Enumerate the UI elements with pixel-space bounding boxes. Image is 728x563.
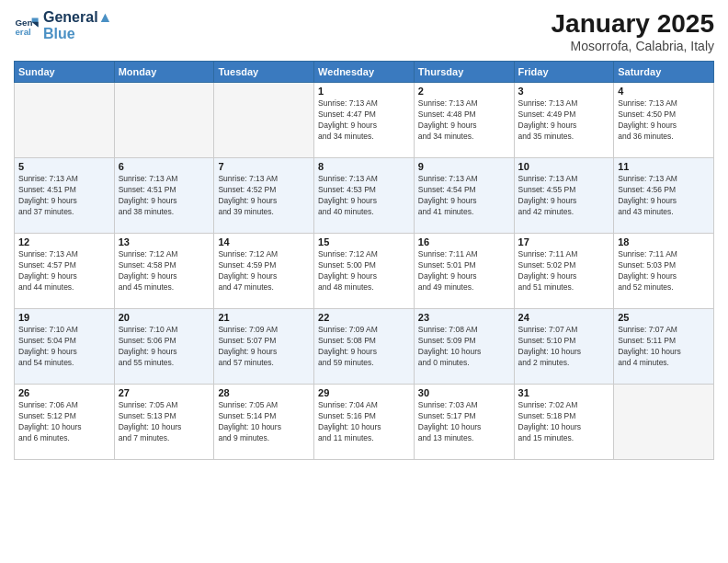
day-details: Sunrise: 7:13 AM Sunset: 4:55 PM Dayligh… — [518, 174, 610, 218]
logo-line1: General▲ — [43, 9, 112, 26]
table-row: 10Sunrise: 7:13 AM Sunset: 4:55 PM Dayli… — [514, 158, 614, 234]
day-details: Sunrise: 7:13 AM Sunset: 4:50 PM Dayligh… — [618, 98, 710, 143]
day-details: Sunrise: 7:13 AM Sunset: 4:51 PM Dayligh… — [18, 174, 110, 218]
table-row: 8Sunrise: 7:13 AM Sunset: 4:53 PM Daylig… — [314, 158, 415, 234]
day-details: Sunrise: 7:13 AM Sunset: 4:56 PM Dayligh… — [618, 174, 710, 218]
col-thursday: Thursday — [414, 62, 514, 83]
col-sunday: Sunday — [15, 62, 115, 83]
day-details: Sunrise: 7:09 AM Sunset: 5:07 PM Dayligh… — [218, 325, 310, 369]
day-details: Sunrise: 7:13 AM Sunset: 4:47 PM Dayligh… — [318, 98, 410, 143]
logo-line2: Blue — [43, 26, 112, 42]
day-details: Sunrise: 7:05 AM Sunset: 5:14 PM Dayligh… — [218, 400, 310, 444]
day-number: 18 — [618, 236, 710, 247]
day-details: Sunrise: 7:12 AM Sunset: 4:58 PM Dayligh… — [119, 249, 210, 293]
svg-text:eral: eral — [15, 26, 31, 36]
day-details: Sunrise: 7:11 AM Sunset: 5:02 PM Dayligh… — [518, 249, 610, 293]
day-number: 22 — [318, 312, 410, 323]
table-row: 13Sunrise: 7:12 AM Sunset: 4:58 PM Dayli… — [114, 234, 214, 309]
calendar-row: 5Sunrise: 7:13 AM Sunset: 4:51 PM Daylig… — [15, 158, 714, 234]
day-number: 3 — [518, 86, 610, 97]
day-number: 29 — [318, 387, 410, 398]
calendar-title: January 2025 — [552, 9, 714, 39]
day-details: Sunrise: 7:08 AM Sunset: 5:09 PM Dayligh… — [418, 325, 510, 369]
day-number: 1 — [318, 86, 410, 97]
day-details: Sunrise: 7:13 AM Sunset: 4:52 PM Dayligh… — [218, 174, 310, 218]
day-number: 15 — [318, 236, 410, 247]
day-number: 21 — [218, 312, 310, 323]
table-row: 22Sunrise: 7:09 AM Sunset: 5:08 PM Dayli… — [314, 309, 415, 385]
day-number: 6 — [119, 161, 210, 172]
table-row: 31Sunrise: 7:02 AM Sunset: 5:18 PM Dayli… — [514, 385, 614, 460]
table-row — [15, 83, 115, 158]
header-row: Sunday Monday Tuesday Wednesday Thursday… — [15, 62, 714, 83]
table-row: 1Sunrise: 7:13 AM Sunset: 4:47 PM Daylig… — [314, 83, 415, 158]
day-number: 20 — [119, 312, 210, 323]
table-row: 11Sunrise: 7:13 AM Sunset: 4:56 PM Dayli… — [614, 158, 714, 234]
day-number: 17 — [518, 236, 610, 247]
day-details: Sunrise: 7:13 AM Sunset: 4:49 PM Dayligh… — [518, 98, 610, 143]
table-row: 7Sunrise: 7:13 AM Sunset: 4:52 PM Daylig… — [214, 158, 314, 234]
day-number: 30 — [418, 387, 510, 398]
day-details: Sunrise: 7:09 AM Sunset: 5:08 PM Dayligh… — [318, 325, 410, 369]
table-row: 25Sunrise: 7:07 AM Sunset: 5:11 PM Dayli… — [614, 309, 714, 385]
col-friday: Friday — [514, 62, 614, 83]
table-row: 23Sunrise: 7:08 AM Sunset: 5:09 PM Dayli… — [414, 309, 514, 385]
table-row: 16Sunrise: 7:11 AM Sunset: 5:01 PM Dayli… — [414, 234, 514, 309]
day-number: 26 — [18, 387, 110, 398]
day-number: 28 — [218, 387, 310, 398]
table-row — [114, 83, 214, 158]
table-row: 6Sunrise: 7:13 AM Sunset: 4:51 PM Daylig… — [114, 158, 214, 234]
day-number: 14 — [218, 236, 310, 247]
day-number: 31 — [518, 387, 610, 398]
day-number: 9 — [418, 161, 510, 172]
table-row: 28Sunrise: 7:05 AM Sunset: 5:14 PM Dayli… — [214, 385, 314, 460]
day-number: 5 — [18, 161, 110, 172]
calendar-row: 26Sunrise: 7:06 AM Sunset: 5:12 PM Dayli… — [15, 385, 714, 460]
day-details: Sunrise: 7:02 AM Sunset: 5:18 PM Dayligh… — [518, 400, 610, 444]
table-row — [214, 83, 314, 158]
calendar-row: 12Sunrise: 7:13 AM Sunset: 4:57 PM Dayli… — [15, 234, 714, 309]
calendar-subtitle: Mosorrofa, Calabria, Italy — [552, 39, 714, 53]
day-details: Sunrise: 7:07 AM Sunset: 5:10 PM Dayligh… — [518, 325, 610, 369]
calendar-table: Sunday Monday Tuesday Wednesday Thursday… — [14, 61, 714, 460]
calendar-page: Gen eral General▲ Blue January 2025 Moso… — [0, 0, 728, 563]
day-details: Sunrise: 7:05 AM Sunset: 5:13 PM Dayligh… — [119, 400, 210, 444]
day-number: 13 — [119, 236, 210, 247]
col-wednesday: Wednesday — [314, 62, 415, 83]
col-tuesday: Tuesday — [214, 62, 314, 83]
day-number: 12 — [18, 236, 110, 247]
day-details: Sunrise: 7:13 AM Sunset: 4:57 PM Dayligh… — [18, 249, 110, 293]
table-row: 15Sunrise: 7:12 AM Sunset: 5:00 PM Dayli… — [314, 234, 415, 309]
table-row: 27Sunrise: 7:05 AM Sunset: 5:13 PM Dayli… — [114, 385, 214, 460]
day-details: Sunrise: 7:07 AM Sunset: 5:11 PM Dayligh… — [618, 325, 710, 369]
table-row: 20Sunrise: 7:10 AM Sunset: 5:06 PM Dayli… — [114, 309, 214, 385]
day-number: 10 — [518, 161, 610, 172]
table-row: 24Sunrise: 7:07 AM Sunset: 5:10 PM Dayli… — [514, 309, 614, 385]
day-number: 27 — [119, 387, 210, 398]
table-row: 5Sunrise: 7:13 AM Sunset: 4:51 PM Daylig… — [15, 158, 115, 234]
day-number: 23 — [418, 312, 510, 323]
day-details: Sunrise: 7:13 AM Sunset: 4:51 PM Dayligh… — [119, 174, 210, 218]
header: Gen eral General▲ Blue January 2025 Moso… — [14, 9, 714, 53]
table-row: 30Sunrise: 7:03 AM Sunset: 5:17 PM Dayli… — [414, 385, 514, 460]
day-details: Sunrise: 7:04 AM Sunset: 5:16 PM Dayligh… — [318, 400, 410, 444]
table-row: 9Sunrise: 7:13 AM Sunset: 4:54 PM Daylig… — [414, 158, 514, 234]
day-details: Sunrise: 7:06 AM Sunset: 5:12 PM Dayligh… — [18, 400, 110, 444]
table-row: 26Sunrise: 7:06 AM Sunset: 5:12 PM Dayli… — [15, 385, 115, 460]
table-row: 21Sunrise: 7:09 AM Sunset: 5:07 PM Dayli… — [214, 309, 314, 385]
table-row: 4Sunrise: 7:13 AM Sunset: 4:50 PM Daylig… — [614, 83, 714, 158]
day-details: Sunrise: 7:11 AM Sunset: 5:03 PM Dayligh… — [618, 249, 710, 293]
calendar-row: 19Sunrise: 7:10 AM Sunset: 5:04 PM Dayli… — [15, 309, 714, 385]
table-row: 14Sunrise: 7:12 AM Sunset: 4:59 PM Dayli… — [214, 234, 314, 309]
svg-marker-4 — [32, 21, 39, 27]
day-details: Sunrise: 7:12 AM Sunset: 5:00 PM Dayligh… — [318, 249, 410, 293]
table-row: 12Sunrise: 7:13 AM Sunset: 4:57 PM Dayli… — [15, 234, 115, 309]
day-number: 24 — [518, 312, 610, 323]
day-details: Sunrise: 7:03 AM Sunset: 5:17 PM Dayligh… — [418, 400, 510, 444]
calendar-row: 1Sunrise: 7:13 AM Sunset: 4:47 PM Daylig… — [15, 83, 714, 158]
table-row: 19Sunrise: 7:10 AM Sunset: 5:04 PM Dayli… — [15, 309, 115, 385]
day-details: Sunrise: 7:10 AM Sunset: 5:04 PM Dayligh… — [18, 325, 110, 369]
table-row: 17Sunrise: 7:11 AM Sunset: 5:02 PM Dayli… — [514, 234, 614, 309]
day-details: Sunrise: 7:13 AM Sunset: 4:53 PM Dayligh… — [318, 174, 410, 218]
table-row: 3Sunrise: 7:13 AM Sunset: 4:49 PM Daylig… — [514, 83, 614, 158]
